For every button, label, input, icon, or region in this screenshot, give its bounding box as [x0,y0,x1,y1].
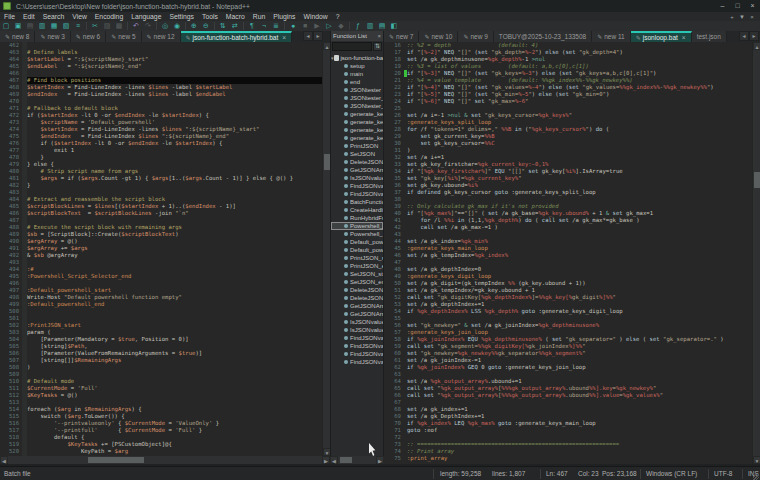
function-list-item[interactable]: RunHybridFunction [331,214,383,222]
function-list-item[interactable]: DeleteJSON [331,158,383,166]
code-area[interactable]: # Define labels$startLabel = ":${scriptN… [27,42,322,455]
function-list-item[interactable]: FindJSONvariable [331,190,383,198]
close-icon[interactable]: ▦ [48,21,60,31]
function-list-item[interactable]: PrintJSON_end [331,262,383,270]
function-list-item[interactable]: PrintJSON [331,142,383,150]
menu-plugins[interactable]: Plugins [269,12,299,21]
vertical-scrollbar[interactable]: ▲ ▼ [322,42,330,456]
tab-new-5[interactable]: ✎new 5 [106,31,141,42]
menu-tools[interactable]: Tools [198,12,222,21]
macro-run-multiple-icon[interactable]: ▷ [323,21,335,31]
tab-close-icon[interactable]: × [682,34,686,41]
function-list-item[interactable]: SetJSON [331,150,383,158]
tab-new-3[interactable]: ✎new 3 [35,31,70,42]
function-list-item[interactable]: Default_powershell_start [331,238,383,246]
scroll-down-icon[interactable]: ▼ [753,456,760,464]
function-list-panel-icon[interactable]: ƒ [352,21,364,31]
tab-scroll-left-icon[interactable]: ◂ [739,31,749,41]
tab-scroll-right-icon[interactable]: ▸ [313,31,323,41]
function-list-item[interactable]: SetJSON_end [331,278,383,286]
function-list-item[interactable]: CreateHardlink [331,206,383,214]
replace-icon[interactable]: ◉ [171,21,183,31]
tab-new-9[interactable]: ✎new 9 [458,31,493,42]
vertical-scrollbar[interactable]: ▲ ▼ [752,42,760,464]
tab-new-6[interactable]: ✎new 6 [71,31,106,42]
function-list-item[interactable]: JSONtester [331,86,383,94]
scroll-down-icon[interactable]: ▼ [323,448,330,456]
open-folder-icon[interactable]: ▣ [12,21,24,31]
menu-macro[interactable]: Macro [222,12,249,21]
save-icon[interactable]: ▤ [24,21,36,31]
function-list-item[interactable]: Powershell_Script_Selector [331,222,383,230]
function-list-item[interactable]: JSONtester_loop [331,102,383,110]
macro-play-icon[interactable]: ▶ [311,21,323,31]
function-list-item[interactable]: setup [331,62,383,70]
close-tab-icon[interactable]: × [747,14,757,20]
scrollbar-thumb[interactable] [88,457,144,463]
tab-new-10[interactable]: ✎new 10 [419,31,458,42]
function-list-item[interactable]: generate_keys_join_loop [331,134,383,142]
word-wrap-icon[interactable]: ¶ [246,21,258,31]
sort-icon[interactable]: ⇅ [373,42,382,51]
function-list-item[interactable]: generate_keys [331,110,383,118]
redo-icon[interactable]: ↷ [142,21,154,31]
undo-icon[interactable]: ↶ [130,21,142,31]
function-list-item[interactable]: IsJSONvalue_end [331,326,383,334]
tab-scroll-left-icon[interactable]: ◂ [303,31,313,41]
tab-new-12[interactable]: ✎new 12 [142,31,181,42]
save-all-icon[interactable]: ▥ [36,21,48,31]
find-icon[interactable]: ◎ [159,21,171,31]
function-list-item[interactable]: BatchFunction [331,198,383,206]
function-list-item[interactable]: FindJSONvalue_end [331,342,383,350]
function-list-item[interactable]: end [331,78,383,86]
function-list-item[interactable]: DeleteJSON_start [331,286,383,294]
tab-test.json[interactable]: test.json [692,31,727,42]
cut-icon[interactable]: ✂ [89,21,101,31]
indent-guide-icon[interactable]: ≣ [270,21,282,31]
scroll-left-icon[interactable]: ◀ [0,456,8,464]
tab-new-11[interactable]: ✎new 11 [592,31,631,42]
function-list-item[interactable]: IsJSONvalue [331,174,383,182]
zoom-out-icon[interactable]: ⊖ [200,21,212,31]
document-map-icon[interactable]: ▥ [364,21,376,31]
function-list-item[interactable]: FindJSONvariable_end [331,358,383,366]
scroll-left-icon[interactable]: ◀ [330,456,338,464]
close-icon[interactable]: × [377,33,381,39]
menu-language[interactable]: Language [127,12,165,21]
minimize-button[interactable]: – [715,0,730,12]
resize-grip[interactable] [753,474,759,480]
scrollbar-thumb[interactable] [754,172,760,188]
menu-[interactable]: ? [332,12,344,21]
macro-stop-icon[interactable]: ■ [299,21,311,31]
menu-run[interactable]: Run [249,12,269,21]
menu-search[interactable]: Search [39,12,69,21]
function-list-item[interactable]: FindJSONvalue [331,182,383,190]
copy-icon[interactable]: ▨ [101,21,113,31]
function-list-item[interactable]: IsJSONvalue_start [331,318,383,326]
tab-close-icon[interactable]: × [282,34,286,41]
macro-save-icon[interactable]: ◆ [335,21,347,31]
function-search-input[interactable] [332,42,372,51]
function-list-item[interactable]: Powershell_Script_Selector_end [331,230,383,238]
tab-tobuy-2025-10-23-133508[interactable]: TOBUY@2025-10-23_133508 [494,31,592,42]
scroll-right-icon[interactable]: ▶ [376,456,384,464]
close-button[interactable]: × [745,0,760,12]
right-editor-pane[interactable]: 1617181920212223242526272829303132333435… [384,42,760,464]
left-editor-pane[interactable]: 4624634644654664674684694704714724734744… [0,42,330,456]
print-icon[interactable]: ≡ [72,21,84,31]
function-list-item[interactable]: Default_powershell_end [331,246,383,254]
function-list-item[interactable]: FindJSONvalue_start [331,334,383,342]
macro-record-icon[interactable]: ● [287,21,299,31]
menu-edit[interactable]: Edit [19,12,39,21]
function-list-root[interactable]: ▾json-function-batch-hybrid.bat [331,53,383,62]
menu-file[interactable]: File [0,12,19,21]
zoom-in-icon[interactable]: ⊕ [188,21,200,31]
paste-icon[interactable]: ▩ [113,21,125,31]
scroll-right-icon[interactable]: ▶ [322,456,330,464]
document-list-icon[interactable]: ▤ [376,21,388,31]
tab-new-8[interactable]: ✎new 8 [0,31,35,42]
close-all-icon[interactable]: ▧ [60,21,72,31]
function-list-item[interactable]: main [331,70,383,78]
menu-window[interactable]: Window [300,12,332,21]
function-list-item[interactable]: GetJSONArray [331,166,383,174]
